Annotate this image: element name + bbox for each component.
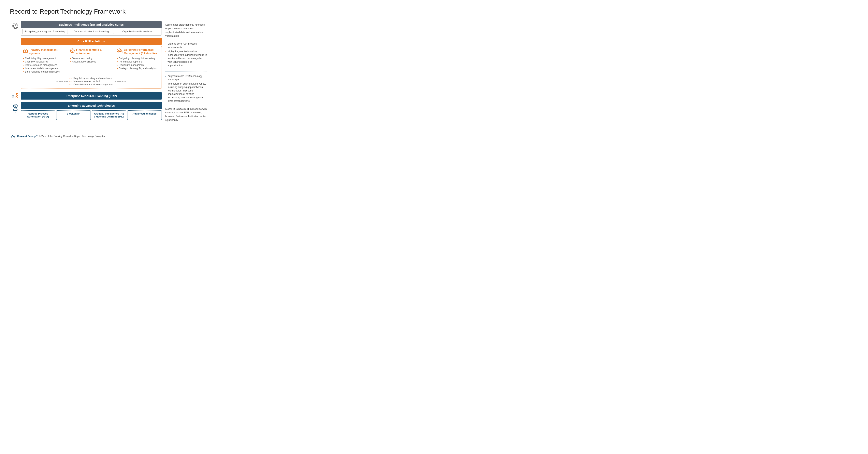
core-note-1: Cater to core R2R process requirements [165,42,207,50]
treasury-list: Cash & liquidity management Cash flow fo… [23,57,66,73]
treasury-col: Treasury management systems Cash & liqui… [21,46,68,75]
main-layout: Business Intelligence (BI) and analytics… [10,21,207,126]
erp-note-2: The nature of augmentation varies, inclu… [165,82,207,103]
emerging-sub-row: Robotic Process Automation (RPA) Blockch… [21,110,162,120]
treasury-header: Treasury management systems [23,48,66,55]
right-arrow: ─ ─ ─ ─ → [115,80,126,83]
svg-point-18 [16,93,18,94]
core-note-2: Highly fragmented solution landscape wit… [165,50,207,68]
bi-content: Business Intelligence (BI) and analytics… [21,21,162,35]
emerging-bar: Emerging advanced technologies [21,102,162,109]
cpm-icon [117,48,123,54]
financial-col: Financial controls & automation General … [68,46,115,75]
core-note-list: Cater to core R2R process requirements H… [165,42,207,68]
treasury-item-1: Cash & liquidity management [23,57,66,60]
center-col: Business Intelligence (BI) and analytics… [10,21,162,120]
erp-section: Enterprise Resource Planning (ERP) [10,92,162,100]
emerging-note-block: Most ERPs have built-in modules with cov… [165,107,207,122]
footer-brand: Everest Group® [17,134,37,138]
erp-note-block: Augments core R2R technology landscape T… [165,74,207,103]
financial-item-2: Account reconciliations [70,60,113,63]
arrows-row: ← ─ ─ ─ ─ ● Regulatory reporting and com… [25,77,158,86]
shared-item-1: ● Regulatory reporting and compliance [69,77,113,80]
everest-group-logo-icon [10,133,16,139]
left-arrow: ← ─ ─ ─ ─ [56,80,68,83]
financial-item-1: General accounting [70,57,113,60]
bi-note-block: Serve other organizational functions bey… [165,23,207,38]
treasury-item-5: Bank relations and administration [23,70,66,73]
erp-icon-wrap [10,93,21,100]
cpm-list: Budgeting, planning, & forecasting Perfo… [117,57,160,70]
cpm-title: Corporate Performance Management (CPM) s… [124,48,160,55]
erp-bar: Enterprise Resource Planning (ERP) [21,92,162,100]
bi-sub-item-2: Data visualization/dashboarding [69,29,114,34]
bi-sub-item-3: Organization-wide analytics [115,29,160,34]
financial-header: Financial controls & automation [70,48,113,55]
notes-divider [165,71,207,72]
erp-note-list: Augments core R2R technology landscape T… [165,74,207,103]
financial-list: General accounting Account reconciliatio… [70,57,113,63]
core-note-block: Cater to core R2R process requirements H… [165,42,207,68]
treasury-icon [23,48,28,54]
cpm-header: Corporate Performance Management (CPM) s… [117,48,160,55]
bi-icon-wrap [10,21,21,31]
footer: Everest Group® A View of the Evolving Re… [10,131,207,139]
emerging-content: Emerging advanced technologies Robotic P… [21,102,162,120]
emerging-item-analytics: Advanced analytics [127,110,162,120]
core-r2r-bar: Core R2R solutions [21,38,162,45]
page-title: Record-to-Report Technology Framework [10,8,207,15]
shared-bottom: ← ─ ─ ─ ─ ● Regulatory reporting and com… [21,75,161,89]
cpm-col: Corporate Performance Management (CPM) s… [115,46,161,75]
emerging-item-rpa: Robotic Process Automation (RPA) [21,110,55,120]
footer-tagline: A View of the Evolving Record-to-Report … [39,135,106,138]
bi-section: Business Intelligence (BI) and analytics… [10,21,162,35]
footer-logo: Everest Group® [10,133,37,139]
shared-item-2: ● Intercompany reconciliation [69,80,113,83]
treasury-item-3: Risk & exposure management [23,63,66,67]
cpm-item-3: Disclosure management [117,63,160,67]
svg-point-27 [15,106,16,106]
brain-analytics-icon [11,22,20,31]
emerging-note-text: Most ERPs have built-in modules with cov… [165,107,207,122]
bi-note-text: Serve other organizational functions bey… [165,23,207,38]
treasury-item-2: Cash flow forecasting [23,60,66,63]
bi-sub-row: Budgeting, planning, and forecasting Dat… [21,28,161,35]
shared-item-3: ● Consolidation and close management [69,83,113,86]
emerging-item-blockchain: Blockchain [56,110,91,120]
emerging-section: Emerging advanced technologies Robotic P… [10,102,162,120]
bi-sub-item-1: Budgeting, planning, and forecasting [23,29,67,34]
svg-point-20 [12,96,13,97]
treasury-item-4: Investment & debt management [23,67,66,70]
shared-list: ● Regulatory reporting and compliance ● … [69,77,113,86]
core-r2r-section: Treasury management systems Cash & liqui… [21,46,162,89]
emerging-tech-icon [11,103,20,115]
financial-title: Financial controls & automation [76,48,113,55]
cpm-item-4: Strategic planning, BI, and analytics [117,67,160,70]
right-notes-col: Serve other organizational functions bey… [162,21,207,126]
treasury-title: Treasury management systems [29,48,66,55]
financial-icon [70,48,75,54]
erp-icon [11,93,20,100]
three-col-inner: Treasury management systems Cash & liqui… [21,46,161,75]
bi-header: Business Intelligence (BI) and analytics… [21,21,161,28]
emerging-item-ai: Artificial Intelligence (AI) / Machine L… [92,110,126,120]
cpm-item-1: Budgeting, planning, & forecasting [117,57,160,60]
emerging-icon-wrap [10,102,21,115]
svg-point-10 [72,50,73,52]
cpm-item-2: Performance reporting [117,60,160,63]
erp-note-1: Augments core R2R technology landscape [165,74,207,82]
